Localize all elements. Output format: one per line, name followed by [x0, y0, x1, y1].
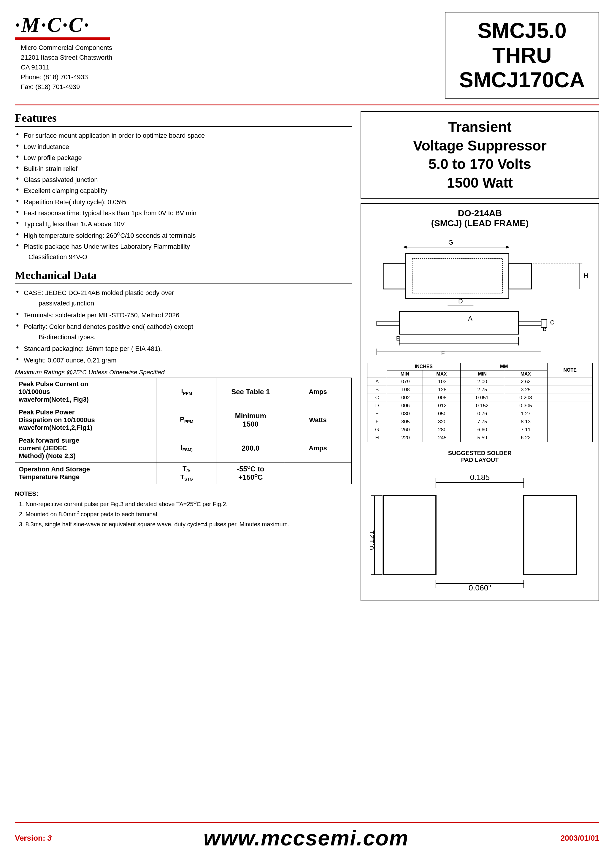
company-address2: CA 91311	[21, 62, 112, 72]
features-list: For surface mount application in order t…	[15, 130, 352, 262]
company-name: Micro Commercial Components	[21, 43, 112, 53]
version-number: 3	[48, 834, 52, 843]
rating-label-3: Peak forward surgecurrent (JEDECMethod) …	[15, 434, 157, 462]
dim-min-in: MIN	[387, 370, 423, 377]
rating-unit-3: Amps	[284, 434, 352, 462]
footer-date: 2003/01/01	[561, 834, 599, 843]
mech-1: CASE: JEDEC DO-214AB molded plastic body…	[15, 288, 352, 308]
rating-label-1: Peak Pulse Current on10/1000uswaveform(N…	[15, 377, 157, 406]
svg-rect-12	[400, 312, 519, 334]
note-2: Mounted on 8.0mm2 copper pads to each te…	[26, 509, 352, 519]
table-row: Peak forward surgecurrent (JEDECMethod) …	[15, 434, 352, 462]
svg-rect-2	[509, 263, 532, 289]
rating-label-2: Peak Pulse PowerDisspation on 10/1000usw…	[15, 406, 157, 434]
feature-5: Glass passivated junction	[15, 175, 352, 185]
feature-1: For surface mount application in order t…	[15, 130, 352, 141]
main-content: Features For surface mount application i…	[15, 111, 599, 813]
mechanical-title: Mechanical Data	[15, 269, 352, 284]
svg-text:H: H	[584, 272, 588, 279]
dim-row-h: H.220.2455.596.22	[367, 434, 592, 442]
svg-text:F: F	[441, 350, 445, 356]
table-row: Peak Pulse PowerDisspation on 10/1000usw…	[15, 406, 352, 434]
dim-row-d: D.006.0120.1520.305	[367, 402, 592, 410]
mech-3: Polarity: Color band denotes positive en…	[15, 321, 352, 342]
notes-title: NOTES:	[15, 488, 352, 499]
feature-9: Typical ID less than 1uA above 10V	[15, 219, 352, 230]
svg-text:0.121": 0.121"	[370, 527, 375, 550]
rating-val-3: 200.0	[217, 434, 284, 462]
transient-title: TransientVoltage Suppressor5.0 to 170 Vo…	[370, 118, 590, 192]
logo-block: ·M·C·C· Micro Commercial Components 2120…	[15, 12, 112, 92]
table-row: Peak Pulse Current on10/1000uswaveform(N…	[15, 377, 352, 406]
svg-rect-14	[518, 321, 541, 326]
feature-3: Low profile package	[15, 152, 352, 163]
rating-sym-4: TJ,TSTG	[157, 462, 217, 484]
rating-sym-1: IPPM	[157, 377, 217, 406]
notes-section: NOTES: Non-repetitive current pulse per …	[15, 488, 352, 529]
package-title: DO-214AB(SMCJ) (LEAD FRAME)	[367, 208, 592, 228]
feature-4: Built-in strain relief	[15, 163, 352, 174]
feature-7: Repetition Rate( duty cycle): 0.05%	[15, 197, 352, 207]
svg-rect-3	[412, 258, 502, 293]
dim-col-dm	[367, 363, 387, 377]
feature-11: Plastic package has Underwrites Laborato…	[15, 241, 352, 262]
company-fax: Fax: (818) 701-4939	[21, 82, 112, 92]
rating-unit-4	[284, 462, 352, 484]
features-section: Features For surface mount application i…	[15, 111, 352, 263]
logo-red-bar	[15, 37, 110, 40]
logo-text: ·M·C·C·	[15, 12, 90, 36]
right-column: TransientVoltage Suppressor5.0 to 170 Vo…	[361, 111, 599, 813]
mech-4: Standard packaging: 16mm tape per ( EIA …	[15, 343, 352, 354]
transient-block: TransientVoltage Suppressor5.0 to 170 Vo…	[361, 111, 599, 199]
company-phone: Phone: (818) 701-4933	[21, 72, 112, 82]
dim-row-g: G.260.2806.607.11	[367, 426, 592, 434]
mech-2: Terminals: solderable per MIL-STD-750, M…	[15, 310, 352, 320]
mechanical-section: Mechanical Data CASE: JEDEC DO-214AB mol…	[15, 269, 352, 529]
part-number-title: SMCJ5.0THRUSMCJ170CA	[457, 19, 587, 92]
ratings-table: Peak Pulse Current on10/1000uswaveform(N…	[15, 377, 352, 484]
dim-col-mm: MM	[460, 363, 547, 370]
dim-col-note: NOTE	[547, 363, 592, 377]
dim-min-mm: MIN	[460, 370, 504, 377]
part-number-block: SMCJ5.0THRUSMCJ170CA	[445, 12, 599, 99]
svg-rect-28	[524, 495, 577, 575]
dim-row-a: A.079.1032.002.62	[367, 377, 592, 386]
solder-section: SUGGESTED SOLDERPAD LAYOUT 0.185	[367, 447, 592, 596]
component-diagram: G H D	[367, 234, 592, 357]
feature-2: Low inductance	[15, 141, 352, 152]
mechanical-list: CASE: JEDEC DO-214AB molded plastic body…	[15, 288, 352, 365]
rating-val-2: Minimum1500	[217, 406, 284, 434]
left-column: Features For surface mount application i…	[15, 111, 352, 813]
svg-rect-0	[406, 253, 509, 299]
max-ratings-text: Maximum Ratings @25°C Unless Otherwise S…	[15, 369, 352, 376]
svg-text:0.185: 0.185	[470, 473, 490, 481]
svg-text:0.060": 0.060"	[468, 583, 491, 592]
bottom-bar: Version: 3 www.mccsemi.com 2003/01/01	[15, 822, 599, 850]
svg-text:B: B	[543, 326, 547, 332]
dim-header-groups: INCHES MM NOTE	[367, 363, 592, 370]
dim-row-b: B.108.1282.753.25	[367, 386, 592, 394]
feature-8: Fast response time: typical less than 1p…	[15, 208, 352, 218]
svg-rect-1	[383, 263, 406, 289]
dim-col-inches: INCHES	[387, 363, 460, 370]
mech-5: Weight: 0.007 ounce, 0.21 gram	[15, 355, 352, 365]
rating-val-1: See Table 1	[217, 377, 284, 406]
features-title: Features	[15, 111, 352, 127]
note-1: Non-repetitive current pulse per Fig.3 a…	[26, 499, 352, 509]
dim-row-e: E.030.0500.761.27	[367, 410, 592, 418]
rating-val-4: -55OC to+150OC	[217, 462, 284, 484]
svg-rect-13	[377, 321, 400, 326]
rating-sym-2: PPPM	[157, 406, 217, 434]
rating-label-4: Operation And StorageTemperature Range	[15, 462, 157, 484]
rating-unit-2: Watts	[284, 406, 352, 434]
dim-row-c: C.002.0080.0510.203	[367, 394, 592, 402]
version-block: Version: 3	[15, 834, 52, 843]
solder-diagram: 0.185 0.121" 0.060"	[370, 469, 590, 592]
svg-text:D: D	[458, 297, 463, 305]
top-header: ·M·C·C· Micro Commercial Components 2120…	[15, 12, 599, 106]
table-row: Operation And StorageTemperature Range T…	[15, 462, 352, 484]
svg-text:A: A	[468, 315, 473, 322]
svg-rect-27	[383, 495, 436, 575]
company-address1: 21201 Itasca Street Chatsworth	[21, 53, 112, 62]
svg-text:C: C	[550, 319, 554, 326]
